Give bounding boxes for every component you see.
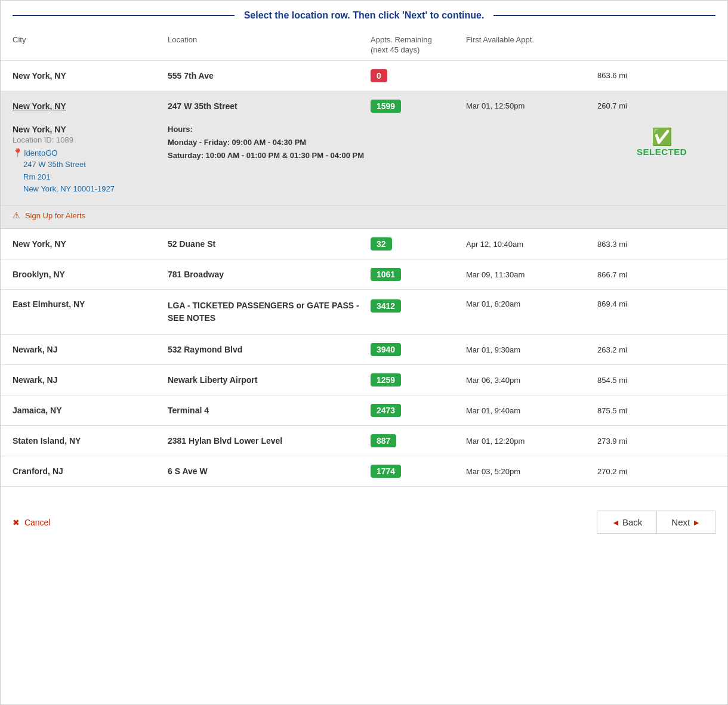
hours-title: Hours: [168,125,608,134]
alerts-row: ⚠ Sign Up for Alerts [1,206,727,229]
detail-address: New York, NY Location ID: 1089 📍IdentoGO… [13,125,168,196]
pin-icon: 📍 [13,148,23,157]
page-footer: ✖ Cancel ◄ Back Next ► [1,499,727,546]
first-appt-label: Mar 01, 8:20am [466,299,597,308]
appts-badge: 0 [371,69,387,82]
detail-location-id: Location ID: 1089 [13,135,168,144]
appts-badge-cell: 2473 [371,404,466,417]
cancel-button[interactable]: ✖ Cancel [13,518,50,527]
appts-badge: 3940 [371,343,401,356]
col-distance [597,35,705,55]
table-row[interactable]: Newark, NJ 532 Raymond Blvd 3940 Mar 01,… [1,335,727,365]
location-label: 2381 Hylan Blvd Lower Level [168,436,371,446]
selected-indicator: ✅ SELECTED [608,125,715,196]
col-location: Location [168,35,371,55]
location-label: 247 W 35th Street [168,101,371,111]
location-label: Newark Liberty Airport [168,375,371,385]
first-appt-label: Mar 01, 12:20pm [466,437,597,446]
first-appt-label: Mar 09, 11:30am [466,270,597,279]
selected-check-icon: ✅ [608,127,715,147]
distance-label: 854.5 mi [597,376,705,385]
distance-label: 869.4 mi [597,299,705,308]
table-row[interactable]: East Elmhurst, NY LGA - TICKETED PASSENG… [1,290,727,335]
first-appt-label: Mar 01, 9:40am [466,406,597,415]
col-appts: Appts. Remaining (next 45 days) [371,35,466,55]
appts-badge: 1061 [371,268,401,281]
location-label: 6 S Ave W [168,466,371,476]
location-label: 555 7th Ave [168,71,371,81]
table-row[interactable]: New York, NY 247 W 35th Street 1599 Mar … [1,91,727,121]
table-row[interactable]: New York, NY 555 7th Ave 0 863.6 mi [1,61,727,91]
city-label: Jamaica, NY [13,406,168,415]
header-line-left [13,15,235,16]
selected-label: SELECTED [608,147,715,157]
distance-label: 875.5 mi [597,406,705,415]
appts-badge: 1259 [371,373,401,386]
first-appt-label: Mar 06, 3:40pm [466,376,597,385]
appts-badge: 887 [371,434,396,447]
appts-badge-cell: 3412 [371,299,466,313]
address-line1: 247 W 35th Street [23,159,168,171]
appts-badge: 1599 [371,100,401,113]
table-row[interactable]: Jamaica, NY Terminal 4 2473 Mar 01, 9:40… [1,395,727,426]
hours-line1: Monday - Friday: 09:00 AM - 04:30 PM [168,136,608,149]
location-label: 781 Broadway [168,270,371,279]
location-label: Terminal 4 [168,406,371,415]
col-first-appt: First Available Appt. [466,35,597,55]
city-label: Newark, NJ [13,345,168,354]
location-label: LGA - TICKETED PASSENGERS or GATE PASS -… [168,299,371,324]
city-label: Newark, NJ [13,375,168,385]
location-label: 532 Raymond Blvd [168,345,371,354]
detail-hours: Hours: Monday - Friday: 09:00 AM - 04:30… [168,125,608,196]
appts-badge-cell: 1774 [371,465,466,478]
back-button[interactable]: ◄ Back [597,511,656,534]
appts-badge-cell: 1061 [371,268,466,281]
appts-badge: 1774 [371,465,401,478]
page-title: Select the location row. Then click 'Nex… [235,10,494,21]
city-label: New York, NY [13,239,168,249]
back-arrow-icon: ◄ [612,518,620,527]
first-appt-label: Mar 03, 5:20pm [466,467,597,476]
distance-label: 273.9 mi [597,437,705,446]
table-row[interactable]: Newark, NJ Newark Liberty Airport 1259 M… [1,365,727,395]
appts-badge: 2473 [371,404,401,417]
distance-label: 270.2 mi [597,467,705,476]
distance-label: 260.7 mi [597,101,705,110]
appts-badge-cell: 887 [371,434,466,447]
next-arrow-icon: ► [692,518,701,527]
table-row[interactable]: Staten Island, NY 2381 Hylan Blvd Lower … [1,426,727,456]
location-label: 52 Duane St [168,239,371,249]
cancel-x-icon: ✖ [13,518,20,527]
appts-badge-cell: 3940 [371,343,466,356]
first-appt-label: Mar 01, 9:30am [466,345,597,354]
nav-buttons: ◄ Back Next ► [597,511,715,534]
city-label: East Elmhurst, NY [13,299,168,309]
distance-label: 863.6 mi [597,71,705,80]
next-button[interactable]: Next ► [656,511,715,534]
table-row[interactable]: Cranford, NJ 6 S Ave W 1774 Mar 03, 5:20… [1,456,727,487]
city-label: Cranford, NJ [13,466,168,476]
table-row[interactable]: New York, NY 52 Duane St 32 Apr 12, 10:4… [1,229,727,259]
city-label: New York, NY [13,71,168,81]
first-appt-label: Apr 12, 10:40am [466,240,597,249]
page-header: Select the location row. Then click 'Nex… [1,1,727,30]
appts-badge-cell: 1599 [371,100,466,113]
appts-badge-cell: 1259 [371,373,466,386]
city-label: Staten Island, NY [13,436,168,446]
appts-badge-cell: 32 [371,237,466,251]
appts-badge-cell: 0 [371,69,466,82]
expanded-detail: New York, NY Location ID: 1089 📍IdentoGO… [1,121,727,206]
column-headers: City Location Appts. Remaining (next 45 … [1,30,727,61]
appts-badge: 32 [371,237,392,251]
distance-label: 263.2 mi [597,345,705,354]
city-label: Brooklyn, NY [13,270,168,279]
table-row[interactable]: Brooklyn, NY 781 Broadway 1061 Mar 09, 1… [1,259,727,290]
address-line3: New York, NY 10001-1927 [23,183,168,196]
appts-badge: 3412 [371,299,401,313]
col-city: City [13,35,168,55]
page-wrapper: Select the location row. Then click 'Nex… [0,0,728,705]
hours-line2: Saturday: 10:00 AM - 01:00 PM & 01:30 PM… [168,149,608,162]
sign-up-alerts-link[interactable]: Sign Up for Alerts [25,211,85,220]
alert-icon: ⚠ [13,211,20,220]
identogo-link[interactable]: IdentoGO [24,149,57,157]
